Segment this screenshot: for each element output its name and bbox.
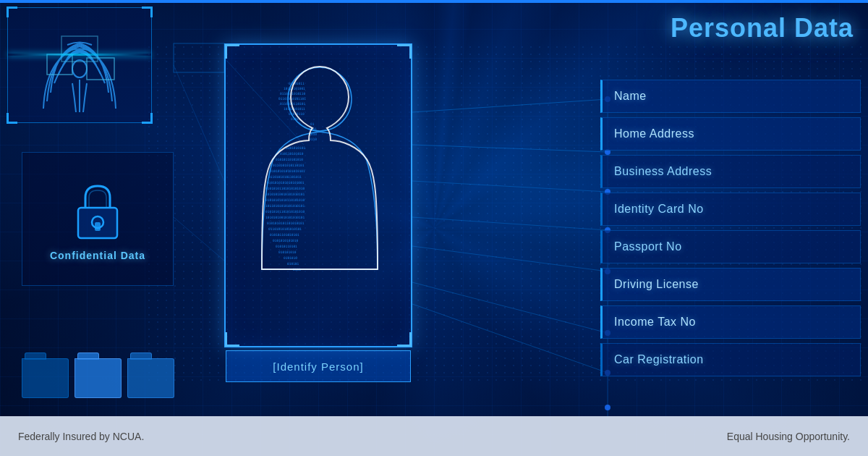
svg-text:01010110101: 01010110101 <box>276 245 297 248</box>
data-field-income-tax-no[interactable]: Income Tax No <box>600 305 861 339</box>
svg-text:0101010: 0101010 <box>284 256 297 260</box>
data-field-identity-card-no[interactable]: Identity Card No <box>600 193 861 226</box>
svg-text:01010110101010: 01010110101010 <box>276 158 303 161</box>
svg-text:10101010010101010101: 10101010010101010101 <box>265 216 305 219</box>
data-field-label-driving-license: Driving License <box>614 278 699 291</box>
svg-text:10110101001: 10110101001 <box>284 87 305 90</box>
svg-text:01101010101101: 01101010101101 <box>278 97 306 101</box>
confidential-box: Confidential Data <box>22 152 174 286</box>
svg-point-20 <box>72 60 87 77</box>
corner-tr <box>142 7 153 17</box>
data-field-car-registration[interactable]: Car Registration <box>600 343 861 376</box>
fingerprint-section <box>7 7 166 138</box>
svg-text:0110101010110101: 0110101010110101 <box>273 164 305 167</box>
svg-text:01: 01 <box>310 122 315 126</box>
page-title: Personal Data <box>671 13 854 43</box>
svg-text:0101010101010: 0101010101010 <box>273 239 299 242</box>
svg-rect-26 <box>95 222 101 231</box>
confidential-section: Confidential Data <box>22 152 188 297</box>
svg-text:01001011: 01001011 <box>289 82 305 85</box>
person-card-inner: 01001011 10110101001 0110101010110 01101… <box>224 43 412 347</box>
svg-text:010101010101010101: 010101010101010101 <box>270 169 305 173</box>
data-field-label-name: Name <box>614 90 647 103</box>
svg-text:01010101010110101010: 01010101010110101010 <box>265 198 305 202</box>
confidential-label: Confidential Data <box>50 250 145 261</box>
svg-text:01010101101010101010: 01010101101010101010 <box>265 210 305 214</box>
svg-text:0101: 0101 <box>291 117 299 121</box>
folder-1 <box>22 358 69 398</box>
data-field-driving-license[interactable]: Driving License <box>600 268 861 301</box>
svg-text:0101010101010101001: 0101010101010101001 <box>267 181 305 185</box>
identify-bar: [Identify Person] <box>226 350 411 382</box>
svg-text:010101101010101: 010101101010101 <box>270 233 299 237</box>
data-field-label-identity-card-no: Identity Card No <box>614 203 704 216</box>
corner-bl <box>7 113 17 124</box>
data-fields-panel: NameHome AddressBusiness AddressIdentity… <box>600 80 861 376</box>
svg-text:010101010: 010101010 <box>278 250 297 254</box>
folder-body-3 <box>127 358 174 398</box>
svg-text:01101010101101011: 01101010101101011 <box>268 175 302 179</box>
data-field-passport-no[interactable]: Passport No <box>600 230 861 263</box>
data-field-home-address[interactable]: Home Address <box>600 117 861 151</box>
svg-text:0101010101: 0101010101 <box>286 146 305 150</box>
fingerprint-box <box>7 7 152 123</box>
corner-br <box>142 113 153 124</box>
footer-left-text: Federally Insured by NCUA. <box>18 431 144 442</box>
data-field-label-business-address: Business Address <box>614 165 712 178</box>
person-silhouette: 01001011 10110101001 0110101010110 01101… <box>229 52 410 342</box>
fingerprint-icon <box>33 14 127 116</box>
scan-line <box>8 54 151 56</box>
svg-text:0101010101101010101: 0101010101101010101 <box>267 221 305 225</box>
svg-text:01010101101010101010: 01010101101010101010 <box>265 187 305 190</box>
folder-body-1 <box>22 358 69 398</box>
svg-text:010110101010: 010110101010 <box>280 152 304 156</box>
svg-text:010101: 010101 <box>287 262 299 266</box>
identify-label: [Identify Person] <box>273 360 363 373</box>
data-field-label-income-tax-no: Income Tax No <box>614 316 696 329</box>
footer-bar: Federally Insured by NCUA. Equal Housing… <box>0 416 868 456</box>
folder-body-2 <box>75 358 122 398</box>
main-container: Personal Data <box>0 0 868 456</box>
lock-icon <box>65 177 130 242</box>
svg-text:10110101010101010101: 10110101010101010101 <box>265 204 305 208</box>
corner-tl <box>7 7 17 17</box>
folder-2 <box>75 358 122 398</box>
data-field-label-home-address: Home Address <box>614 127 694 140</box>
svg-text:0110101010110: 0110101010110 <box>280 92 306 96</box>
data-field-name[interactable]: Name <box>600 80 861 113</box>
data-field-label-car-registration: Car Registration <box>614 353 704 366</box>
content: Personal Data <box>0 0 868 456</box>
data-field-label-passport-no: Passport No <box>614 240 682 253</box>
svg-text:0110: 0110 <box>309 138 317 141</box>
header-bar <box>0 0 868 3</box>
svg-text:10101010010101010101: 10101010010101010101 <box>265 193 305 196</box>
data-field-business-address[interactable]: Business Address <box>600 155 861 188</box>
folders-section <box>22 326 188 398</box>
footer-right-text: Equal Housing Opportunity. <box>727 431 850 442</box>
person-card: 01001011 10110101001 0110101010110 01101… <box>224 43 412 384</box>
svg-text:0110100110101: 0110100110101 <box>280 102 306 106</box>
svg-text:01101010101010101: 01101010101010101 <box>268 227 302 231</box>
folder-3 <box>127 358 174 398</box>
